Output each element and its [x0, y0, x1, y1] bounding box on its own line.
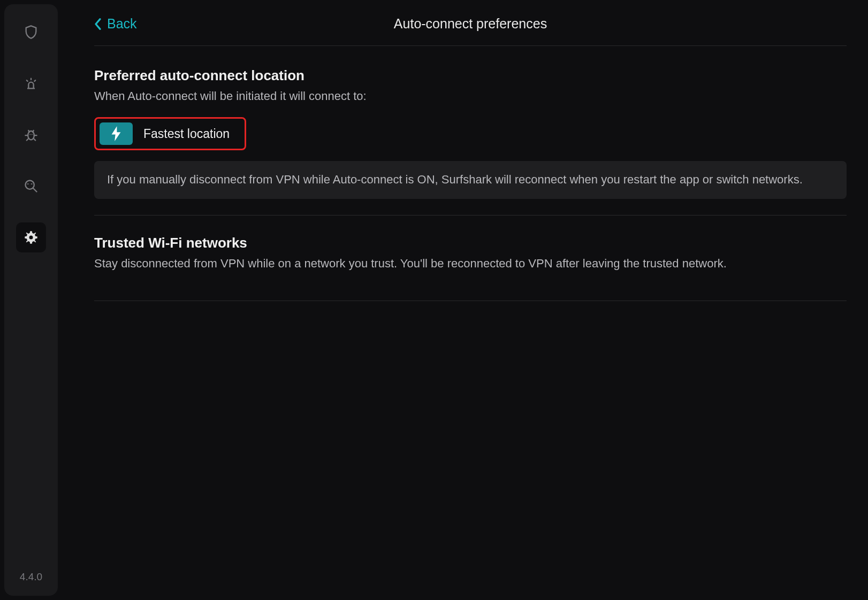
sidebar-item-search[interactable]	[16, 171, 46, 201]
section-subtitle: Stay disconnected from VPN while on a ne…	[94, 257, 847, 271]
bolt-badge	[100, 122, 133, 145]
page-title: Auto-connect preferences	[394, 16, 547, 32]
bug-icon	[24, 127, 39, 142]
svg-point-2	[29, 236, 33, 240]
search-incognito-icon	[24, 179, 39, 194]
sidebar-item-antivirus[interactable]	[16, 120, 46, 150]
location-label: Fastest location	[143, 127, 230, 141]
back-button[interactable]: Back	[94, 16, 137, 32]
fastest-location-button[interactable]: Fastest location	[94, 117, 246, 150]
section-subtitle: When Auto-connect will be initiated it w…	[94, 89, 847, 103]
main-content: Back Auto-connect preferences Preferred …	[62, 0, 868, 600]
chevron-left-icon	[94, 18, 102, 30]
gear-icon	[24, 230, 39, 245]
sidebar-item-vpn[interactable]	[16, 17, 46, 47]
section-title: Trusted Wi-Fi networks	[94, 235, 847, 251]
back-label: Back	[107, 16, 137, 32]
shield-icon	[24, 25, 39, 40]
header: Back Auto-connect preferences	[94, 16, 847, 46]
version-label: 4.4.0	[20, 571, 42, 583]
sidebar-item-settings[interactable]	[16, 222, 46, 252]
info-box: If you manually disconnect from VPN whil…	[94, 161, 847, 199]
bolt-icon	[111, 126, 121, 141]
siren-icon	[24, 76, 39, 91]
section-preferred-location: Preferred auto-connect location When Aut…	[94, 67, 847, 216]
sidebar-item-alert[interactable]	[16, 68, 46, 98]
section-title: Preferred auto-connect location	[94, 67, 847, 84]
sidebar: 4.4.0	[4, 4, 58, 596]
section-trusted-wifi: Trusted Wi-Fi networks Stay disconnected…	[94, 235, 847, 301]
